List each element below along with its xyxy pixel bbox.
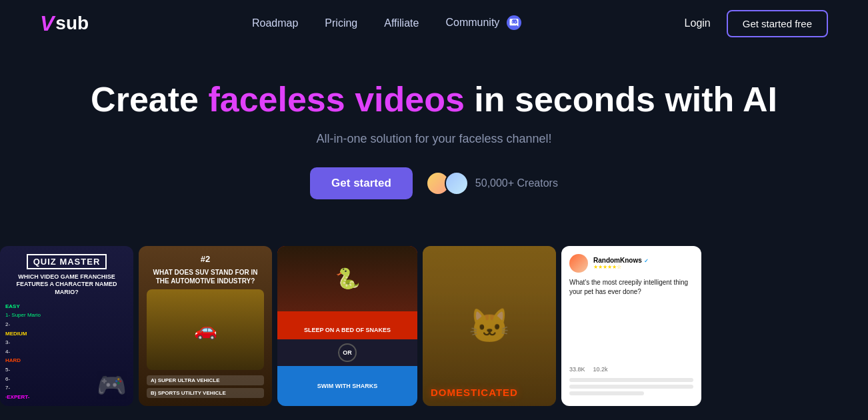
avatar-2 bbox=[445, 171, 469, 195]
suv-options: A) SUPER ULTRA VEHICLE B) SPORTS UTILITY… bbox=[147, 375, 264, 398]
hero-section: Create faceless videos in seconds with A… bbox=[0, 47, 868, 219]
hero-cta: Get started 50,000+ Creators bbox=[13, 167, 855, 199]
snakes-top: 🐍 SLEEP ON A BED OF SNAKES bbox=[277, 246, 417, 339]
snakes-card[interactable]: 🐍 SLEEP ON A BED OF SNAKES OR SWIM WITH … bbox=[277, 246, 417, 406]
tweet-username: RandomKnows ✓ bbox=[593, 257, 649, 264]
suv-option-a: A) SUPER ULTRA VEHICLE bbox=[147, 375, 264, 385]
video-strip: QUIZ MASTER WHICH VIDEO GAME FRANCHISE F… bbox=[0, 239, 868, 406]
tweet-line-2 bbox=[569, 385, 693, 389]
nav-roadmap[interactable]: Roadmap bbox=[252, 17, 298, 29]
creators-count: 50,000+ Creators bbox=[475, 177, 558, 189]
quiz-medium-label: MEDIUM bbox=[5, 329, 128, 339]
logo-v: V bbox=[40, 11, 54, 36]
tweet-stats: 33.8K 10.2k bbox=[569, 366, 693, 373]
logo-sub: sub bbox=[55, 13, 89, 34]
get-started-free-button[interactable]: Get started free bbox=[727, 10, 828, 37]
quiz-option-2: 2- bbox=[5, 320, 128, 329]
suv-number: #2 bbox=[147, 254, 264, 264]
snake-text: SLEEP ON A BED OF SNAKES bbox=[304, 327, 391, 334]
quiz-option-3: 3- bbox=[5, 338, 128, 347]
sharks-bottom: SWIM WITH SHARKS bbox=[277, 366, 417, 406]
tweet-line-1 bbox=[569, 378, 693, 382]
quiz-easy-label: EASY bbox=[5, 302, 128, 311]
domesticated-label: DOMESTICATED bbox=[431, 387, 518, 398]
suv-image: 🚗 bbox=[147, 289, 264, 370]
hero-title-suffix: in seconds with AI bbox=[465, 80, 777, 119]
domesticated-card[interactable]: 🐱 DOMESTICATED bbox=[423, 246, 556, 406]
quiz-option-1: 1- Super Mario bbox=[5, 311, 128, 320]
tweet-likes: 33.8K bbox=[569, 366, 585, 373]
nav-actions: Login Get started free bbox=[685, 10, 828, 37]
tweet-user-info: RandomKnows ✓ ★★★★★☆ bbox=[593, 257, 649, 270]
quiz-option-4: 4- bbox=[5, 347, 128, 357]
tweet-card[interactable]: RandomKnows ✓ ★★★★★☆ What's the most cre… bbox=[561, 246, 701, 406]
hero-title: Create faceless videos in seconds with A… bbox=[13, 80, 855, 120]
suv-card[interactable]: #2 WHAT DOES SUV STAND FOR IN THE AUTOMO… bbox=[139, 246, 272, 406]
nav-pricing[interactable]: Pricing bbox=[325, 17, 357, 29]
tweet-stars: ★★★★★☆ bbox=[593, 264, 649, 270]
swim-text: SWIM WITH SHARKS bbox=[317, 383, 378, 389]
creators-group: 50,000+ Creators bbox=[426, 171, 558, 195]
hero-title-prefix: Create bbox=[91, 80, 208, 119]
or-circle: OR bbox=[338, 343, 357, 362]
hero-subtitle: All-in-one solution for your faceless ch… bbox=[13, 132, 855, 146]
tweet-avatar bbox=[569, 254, 588, 273]
quiz-hard-label: HARD bbox=[5, 356, 128, 365]
tweet-header: RandomKnows ✓ ★★★★★☆ bbox=[569, 254, 693, 273]
get-started-hero-button[interactable]: Get started bbox=[310, 167, 413, 199]
or-divider: OR bbox=[277, 339, 417, 366]
logo[interactable]: V sub bbox=[40, 11, 89, 36]
hero-title-highlight: faceless videos bbox=[208, 80, 464, 119]
navbar: V sub Roadmap Pricing Affiliate Communit… bbox=[0, 0, 868, 47]
login-button[interactable]: Login bbox=[685, 17, 711, 29]
quiz-title: QUIZ MASTER bbox=[27, 254, 107, 269]
snakes-image: 🐍 bbox=[277, 246, 417, 311]
controller-icon: 🎮 bbox=[97, 371, 127, 399]
tweet-verified: ✓ bbox=[644, 258, 649, 264]
avatar-stack bbox=[426, 171, 469, 195]
discord-icon bbox=[507, 15, 521, 30]
tweet-text: What's the most creepily intelligent thi… bbox=[569, 278, 693, 361]
quiz-question: WHICH VIDEO GAME FRANCHISE FEATURES A CH… bbox=[5, 273, 128, 297]
tweet-retweets: 10.2k bbox=[593, 366, 608, 373]
suv-option-b: B) SPORTS UTILITY VEHICLE bbox=[147, 388, 264, 398]
suv-question: WHAT DOES SUV STAND FOR IN THE AUTOMOTIV… bbox=[147, 268, 264, 285]
quiz-card[interactable]: QUIZ MASTER WHICH VIDEO GAME FRANCHISE F… bbox=[0, 246, 133, 406]
domesticated-bg: 🐱 bbox=[423, 246, 556, 406]
nav-community[interactable]: Community bbox=[445, 16, 521, 31]
nav-affiliate[interactable]: Affiliate bbox=[384, 17, 419, 29]
tweet-lines bbox=[569, 378, 693, 398]
nav-links: Roadmap Pricing Affiliate Community bbox=[252, 16, 521, 31]
tweet-line-3 bbox=[569, 391, 644, 395]
